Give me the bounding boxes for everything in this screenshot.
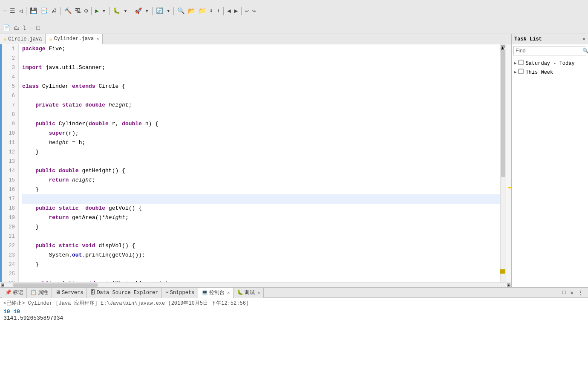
print-icon[interactable]: 🖨 bbox=[50, 7, 58, 15]
biaoji-icon: 📌 bbox=[5, 289, 12, 296]
prev-edit-icon[interactable]: ◀ bbox=[226, 6, 232, 15]
run-icon[interactable]: ▶ bbox=[94, 6, 100, 15]
task-search-input[interactable] bbox=[514, 48, 581, 54]
overview-ruler bbox=[505, 44, 511, 282]
code-line-15: return height; bbox=[22, 176, 500, 185]
saturday-checkbox-icon bbox=[518, 60, 524, 67]
tb2-down-icon[interactable]: ⤵ bbox=[22, 24, 27, 32]
refactor-dropdown-icon[interactable]: ▾ bbox=[165, 6, 171, 15]
saturday-label: Saturday - Today bbox=[525, 61, 574, 66]
tb2-min-icon[interactable]: ─ bbox=[28, 24, 34, 32]
bottom-tab-data-source[interactable]: 🗄 Data Source Explorer bbox=[87, 288, 162, 298]
bottom-tab-snippets[interactable]: ✂ Snippets bbox=[162, 288, 198, 298]
fwd-nav-icon[interactable]: ↪ bbox=[251, 6, 257, 15]
panel-settings-icon[interactable]: ⋮ bbox=[576, 289, 585, 297]
refactor-icon[interactable]: 🔄 bbox=[155, 6, 164, 15]
ln-20: 20 bbox=[3, 222, 17, 232]
tb2-max-icon[interactable]: □ bbox=[35, 24, 41, 32]
debug-dropdown-icon[interactable]: ▾ bbox=[122, 6, 128, 15]
ln-5: 5 bbox=[3, 82, 17, 91]
console-terminated-line: <已终止> Cylinder [Java 应用程序] E:\Java\bin\j… bbox=[3, 300, 585, 307]
save-all-icon[interactable]: 📑 bbox=[39, 6, 49, 15]
next-edit-icon[interactable]: ▶ bbox=[233, 6, 239, 15]
ln-8: 8 bbox=[3, 110, 17, 119]
run-dropdown-icon[interactable]: ▾ bbox=[101, 6, 107, 15]
h-scroll-thumb[interactable] bbox=[13, 283, 98, 287]
ln-21: 21 bbox=[3, 232, 17, 241]
bottom-tab-servers[interactable]: 🖥 Servers bbox=[52, 288, 87, 298]
svg-rect-0 bbox=[519, 60, 523, 65]
open-res-icon[interactable]: 📁 bbox=[197, 6, 207, 15]
code-line-10: super(r); bbox=[22, 129, 500, 138]
code-line-23: System.out.println(getVol()); bbox=[22, 251, 500, 260]
tb2-prop-icon[interactable]: 🗂 bbox=[12, 24, 21, 32]
console-output-line1: 10 10 bbox=[3, 309, 585, 315]
bottom-tab-biaoji[interactable]: 📌 标记 bbox=[2, 288, 27, 298]
compile-icon[interactable]: ⚙ bbox=[83, 6, 89, 15]
panel-minimize-icon[interactable]: □ bbox=[561, 289, 567, 296]
ln-19: 19 bbox=[3, 213, 17, 222]
scroll-up-btn[interactable]: ▲ bbox=[501, 45, 505, 48]
search-icon[interactable]: 🔍 bbox=[176, 6, 186, 15]
cylinder-java-icon: ☕ bbox=[49, 36, 52, 42]
task-tree-this-week[interactable]: ▶ This Week bbox=[512, 68, 588, 77]
task-tree-saturday[interactable]: ▶ Saturday - Today bbox=[512, 59, 588, 68]
scroll-thumb[interactable] bbox=[501, 49, 505, 177]
ln-6: 6 bbox=[3, 91, 17, 101]
bottom-tab-bar: 📌 标记 📋 属性 🖥 Servers 🗄 Data Source Explor… bbox=[0, 288, 588, 298]
prev-annot-icon[interactable]: ⬆ bbox=[215, 6, 221, 15]
bottom-tab-shuxing[interactable]: 📋 属性 bbox=[27, 288, 52, 298]
deploy-dropdown-icon[interactable]: ▾ bbox=[144, 6, 150, 15]
console-close-icon[interactable]: ✕ bbox=[227, 290, 230, 295]
debug-icon[interactable]: 🐛 bbox=[112, 6, 121, 15]
sep4 bbox=[109, 7, 110, 15]
minimize-icon[interactable]: ─ bbox=[2, 7, 8, 15]
svg-rect-1 bbox=[519, 69, 523, 74]
deploy-icon[interactable]: 🚀 bbox=[133, 6, 143, 15]
task-search-box[interactable]: 🔍 bbox=[513, 46, 586, 55]
editor-pane: ☕ Circle.java ☕ Cylinder.java ✕ 1 2 bbox=[0, 34, 511, 287]
open-type-icon[interactable]: 📂 bbox=[187, 6, 196, 15]
ln-9: 9⊖ bbox=[3, 119, 17, 129]
console-output-line2: 3141.5926535897934 bbox=[3, 315, 585, 321]
code-line-19: return getArea()*height; bbox=[22, 213, 500, 222]
code-content[interactable]: package Five; import java.util.Scanner; … bbox=[19, 44, 500, 282]
tab-circle-java[interactable]: ☕ Circle.java bbox=[0, 34, 46, 44]
tab-cylinder-close-icon[interactable]: ✕ bbox=[96, 36, 99, 41]
toolbar-row2: 📄 🗂 ⤵ ─ □ bbox=[0, 22, 588, 34]
build2-icon[interactable]: 🏗 bbox=[74, 7, 82, 15]
menu-icon[interactable]: ☰ bbox=[9, 6, 17, 15]
back-icon[interactable]: ◁ bbox=[17, 6, 23, 15]
next-annot-icon[interactable]: ⬇ bbox=[208, 6, 214, 15]
ln-25: 25 bbox=[3, 269, 17, 279]
panel-close-icon[interactable]: ✕ bbox=[569, 289, 575, 297]
code-line-2 bbox=[22, 54, 500, 63]
tb2-view-icon[interactable]: 📄 bbox=[2, 23, 12, 32]
sep2 bbox=[61, 7, 61, 15]
code-line-4 bbox=[22, 72, 500, 82]
back-nav-icon[interactable]: ↩ bbox=[244, 6, 250, 15]
h-scroll-left[interactable]: ◀ bbox=[1, 283, 4, 287]
task-search-icon: 🔍 bbox=[581, 48, 588, 54]
console-output: <已终止> Cylinder [Java 应用程序] E:\Java\bin\j… bbox=[0, 298, 588, 381]
build-icon[interactable]: 🔨 bbox=[63, 6, 73, 15]
save-icon[interactable]: 💾 bbox=[29, 6, 38, 15]
bottom-tab-console[interactable]: 💻 控制台 ✕ bbox=[198, 288, 233, 298]
debug-close-icon[interactable]: ✕ bbox=[257, 290, 260, 295]
code-line-9: public Cylinder(double r, double h) { bbox=[22, 119, 500, 129]
task-panel-header: Task List ✕ bbox=[512, 34, 588, 44]
code-line-5: class Cylinder extends Circle { bbox=[22, 82, 500, 91]
tab-cylinder-java[interactable]: ☕ Cylinder.java ✕ bbox=[46, 34, 103, 44]
ln-23: 23 bbox=[3, 251, 17, 260]
h-scroll-right[interactable]: ▶ bbox=[507, 283, 510, 287]
editor-row: ☕ Circle.java ☕ Cylinder.java ✕ 1 2 bbox=[0, 34, 588, 287]
task-list-close-icon[interactable]: ✕ bbox=[582, 36, 585, 42]
ln-24: 24 bbox=[3, 260, 17, 269]
debug-tab-icon: 🐛 bbox=[237, 289, 243, 296]
ln-7: 7 bbox=[3, 101, 17, 110]
editor-scrollbar[interactable]: ▲ bbox=[500, 44, 505, 282]
bottom-tab-debug[interactable]: 🐛 调试 ✕ bbox=[233, 288, 264, 298]
h-scroll-bar[interactable]: ◀ ▶ bbox=[0, 282, 511, 287]
code-editor[interactable]: 1 2 3 4 5 6 7 8 9⊖ 10 11 12 13 14⊖ bbox=[2, 44, 500, 282]
code-line-11: height = h; bbox=[22, 138, 500, 147]
